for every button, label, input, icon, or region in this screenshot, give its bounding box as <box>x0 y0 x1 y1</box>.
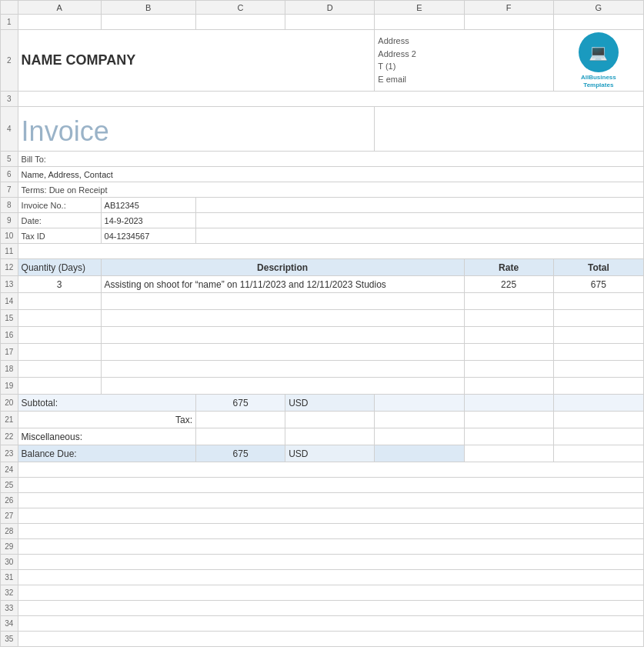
r23-g <box>553 445 643 462</box>
th-rate: Rate <box>464 259 553 276</box>
row-num-1: 1 <box>1 15 18 30</box>
r18-a <box>18 361 101 378</box>
r15-b <box>101 310 464 327</box>
r16-b <box>101 327 464 344</box>
col-header-b: B <box>101 1 195 15</box>
r35 <box>18 632 643 647</box>
r15-a <box>18 310 101 327</box>
tax-label: Tax: <box>18 412 195 428</box>
r1-g <box>553 15 643 30</box>
spreadsheet: A B C D E F G 1 2 NAME COMPANY Address A… <box>0 0 644 647</box>
r22-c <box>195 428 285 445</box>
balance-currency: USD <box>285 445 375 462</box>
address-block: Address Address 2 T (1) E email <box>375 30 553 92</box>
subtotal-currency: USD <box>285 395 375 412</box>
row-num-14: 14 <box>1 293 18 310</box>
invoice-no-value[interactable]: AB12345 <box>101 198 195 213</box>
row-num-9: 9 <box>1 213 18 228</box>
r19-a <box>18 378 101 395</box>
row-num-2: 2 <box>1 30 18 92</box>
row-num-13: 13 <box>1 276 18 293</box>
row-num-6: 6 <box>1 167 18 182</box>
row-num-7: 7 <box>1 182 18 198</box>
r20-f <box>464 395 553 412</box>
col-header-d: D <box>285 1 375 15</box>
r21-d <box>285 412 375 428</box>
col-header-e: E <box>375 1 464 15</box>
row-num-27: 27 <box>1 508 18 524</box>
balance-value[interactable]: 675 <box>195 445 285 462</box>
tax-id-label: Tax ID <box>18 228 101 244</box>
r1-d <box>285 15 375 30</box>
r19-f <box>464 378 553 395</box>
r21-e <box>375 412 464 428</box>
row1-description[interactable]: Assisting on shoot for “name” on 11/11/2… <box>101 276 464 293</box>
r14-f <box>464 293 553 310</box>
r25 <box>18 478 643 493</box>
r20-g <box>553 395 643 412</box>
th-quantity: Quantity (Days) <box>18 259 101 276</box>
row1-quantity[interactable]: 3 <box>18 276 101 293</box>
invoice-heading[interactable]: Invoice <box>18 107 375 152</box>
r23-e <box>375 445 464 462</box>
logo-icon: 💻 <box>589 45 608 60</box>
row-num-4: 4 <box>1 107 18 152</box>
r18-f <box>464 361 553 378</box>
row-num-24: 24 <box>1 462 18 478</box>
row-num-29: 29 <box>1 539 18 555</box>
row-num-15: 15 <box>1 310 18 327</box>
r21-f <box>464 412 553 428</box>
r17-f <box>464 344 553 361</box>
company-name[interactable]: NAME COMPANY <box>18 30 375 92</box>
r16-a <box>18 327 101 344</box>
r11-empty <box>18 244 643 259</box>
bill-to-value[interactable]: Name, Address, Contact <box>18 167 643 182</box>
row-num-11: 11 <box>1 244 18 259</box>
row-num-23: 23 <box>1 445 18 462</box>
tax-id-value[interactable]: 04-1234567 <box>101 228 195 244</box>
r19-b <box>101 378 464 395</box>
r31 <box>18 570 643 585</box>
r17-g <box>553 344 643 361</box>
r34 <box>18 616 643 632</box>
r9-right <box>195 213 643 228</box>
th-total: Total <box>553 259 643 276</box>
col-header-g: G <box>553 1 643 15</box>
r23-f <box>464 445 553 462</box>
r29 <box>18 539 643 555</box>
logo-cell: 💻 AllBusiness Templates <box>553 30 643 92</box>
row-num-31: 31 <box>1 570 18 585</box>
row-num-5: 5 <box>1 152 18 167</box>
r1-a <box>18 15 101 30</box>
col-header-f: F <box>464 1 553 15</box>
r16-f <box>464 327 553 344</box>
date-value[interactable]: 14-9-2023 <box>101 213 195 228</box>
terms-label: Terms: Due on Receipt <box>18 182 643 198</box>
invoice-no-label: Invoice No.: <box>18 198 101 213</box>
logo-brand: AllBusiness Templates <box>557 74 640 88</box>
r21-g <box>553 412 643 428</box>
row1-total[interactable]: 675 <box>553 276 643 293</box>
row-num-33: 33 <box>1 601 18 616</box>
row-num-21: 21 <box>1 412 18 428</box>
row-num-16: 16 <box>1 327 18 344</box>
r1-c <box>195 15 285 30</box>
th-description: Description <box>101 259 464 276</box>
row-num-25: 25 <box>1 478 18 493</box>
r15-f <box>464 310 553 327</box>
row-num-17: 17 <box>1 344 18 361</box>
r14-a <box>18 293 101 310</box>
row-num-35: 35 <box>1 632 18 647</box>
row-num-34: 34 <box>1 616 18 632</box>
r1-e <box>375 15 464 30</box>
subtotal-value[interactable]: 675 <box>195 395 285 412</box>
row-num-28: 28 <box>1 524 18 539</box>
row-num-32: 32 <box>1 585 18 601</box>
r18-g <box>553 361 643 378</box>
row1-rate[interactable]: 225 <box>464 276 553 293</box>
date-label: Date: <box>18 213 101 228</box>
r8-right <box>195 198 643 213</box>
row-num-8: 8 <box>1 198 18 213</box>
r17-a <box>18 344 101 361</box>
r3-empty <box>18 92 643 107</box>
